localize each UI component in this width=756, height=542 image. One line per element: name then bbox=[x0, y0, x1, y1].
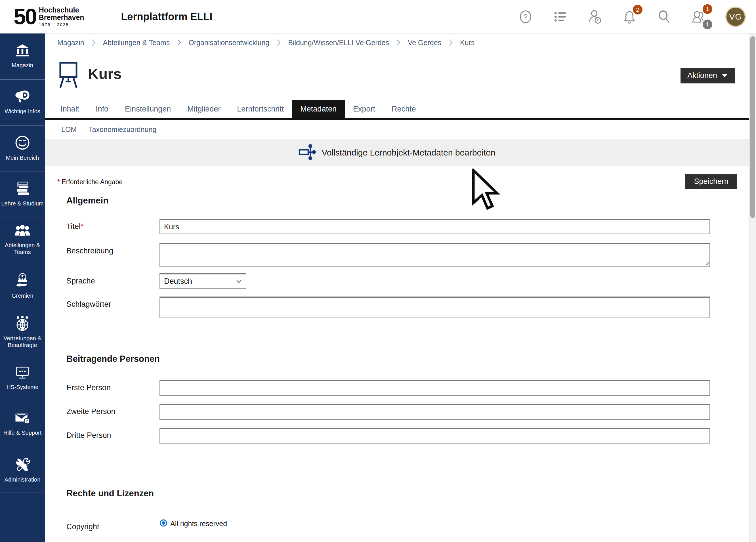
tab-bar: Inhalt Info Einstellungen Mitglieder Ler… bbox=[45, 100, 749, 120]
tab-mitglieder[interactable]: Mitglieder bbox=[179, 100, 229, 118]
caret-down-icon bbox=[722, 73, 728, 77]
sidebar-item-label: Vertretungen & Beauftragte bbox=[0, 335, 45, 348]
field-row-sprache: Sprache Deutsch bbox=[66, 273, 749, 289]
svg-text:?: ? bbox=[26, 419, 28, 423]
subtab-lom[interactable]: LOM bbox=[61, 125, 77, 134]
tab-export[interactable]: Export bbox=[345, 100, 383, 118]
tools-icon bbox=[15, 457, 30, 473]
erste-person-input[interactable] bbox=[159, 380, 710, 396]
breadcrumb: Magazin Abteilungen & Teams Organisation… bbox=[45, 33, 749, 52]
course-easel-icon bbox=[57, 61, 79, 90]
contacts-badge-bottom: 1 bbox=[703, 20, 712, 29]
copyright-radio-row: All rights reserved bbox=[159, 519, 710, 528]
zweite-person-input[interactable] bbox=[159, 404, 710, 420]
tab-lernfortschritt[interactable]: Lernfortschritt bbox=[229, 100, 292, 118]
sprache-select[interactable]: Deutsch bbox=[159, 273, 246, 289]
chevron-down-icon bbox=[236, 280, 242, 283]
breadcrumb-link[interactable]: Magazin bbox=[57, 39, 84, 47]
dritte-person-input[interactable] bbox=[159, 428, 710, 444]
sidebar-item-gremien[interactable]: Gremien bbox=[0, 263, 45, 309]
sidebar-item-label: Administration bbox=[3, 476, 42, 483]
edit-full-metadata-label: Vollständige Lernobjekt-Metadaten bearbe… bbox=[322, 148, 495, 157]
copyright-option-label[interactable]: All rights reserved bbox=[170, 520, 227, 528]
books-icon bbox=[14, 181, 30, 197]
app-header: 50 Hochschule Bremerhaven 1975 – 2025 Le… bbox=[0, 0, 756, 33]
contacts-icon[interactable]: 1 1 bbox=[691, 9, 707, 25]
breadcrumb-link[interactable]: Organisationsentwicklung bbox=[188, 39, 269, 47]
sidebar-item-hilfe-support[interactable]: ? Hilfe & Support bbox=[0, 401, 45, 447]
notifications-bell-icon[interactable]: 2 bbox=[621, 9, 637, 25]
bank-icon bbox=[15, 44, 30, 59]
breadcrumb-link[interactable]: Bildung/Wissen/ELLI Ve Gerdes bbox=[288, 39, 389, 47]
sidebar-item-vertretungen[interactable]: Vertretungen & Beauftragte bbox=[0, 309, 45, 355]
vertical-scrollbar[interactable] bbox=[749, 33, 756, 542]
tab-inhalt[interactable]: Inhalt bbox=[52, 100, 87, 118]
section-divider bbox=[57, 328, 734, 328]
sprache-select-value: Deutsch bbox=[164, 277, 192, 286]
field-label-sprache: Sprache bbox=[66, 273, 159, 289]
radio-selected-icon[interactable] bbox=[159, 519, 167, 528]
tab-rechte[interactable]: Rechte bbox=[383, 100, 424, 118]
breadcrumb-link[interactable]: Kurs bbox=[460, 39, 474, 47]
sidebar-item-administration[interactable]: Administration bbox=[0, 447, 45, 493]
sidebar-item-mein-bereich[interactable]: Mein Bereich bbox=[0, 125, 45, 171]
tab-metadaten[interactable]: Metadaten bbox=[292, 100, 345, 118]
megaphone-icon bbox=[14, 90, 30, 105]
required-note-text: Erforderliche Angabe bbox=[62, 178, 123, 186]
page-body: Magazin Wichtige Infos Me bbox=[0, 33, 756, 542]
logo-years: 1975 – 2025 bbox=[39, 22, 84, 27]
field-row-schlagwoerter: Schlagwörter bbox=[66, 297, 749, 318]
chevron-right-icon bbox=[449, 39, 453, 46]
chevron-right-icon bbox=[177, 39, 181, 46]
tab-info[interactable]: Info bbox=[87, 100, 117, 118]
header-actions: ? 2 bbox=[518, 7, 746, 27]
sidebar-item-wichtige-infos[interactable]: Wichtige Infos bbox=[0, 79, 45, 125]
scrollbar-thumb[interactable] bbox=[750, 36, 755, 218]
sidebar-item-label: Wichtige Infos bbox=[3, 108, 41, 115]
sidebar-item-label: Hilfe & Support bbox=[2, 429, 43, 436]
field-row-titel: Titel* bbox=[66, 219, 749, 234]
section-heading-rechte: Rechte und Lizenzen bbox=[66, 488, 749, 499]
breadcrumb-link[interactable]: Abteilungen & Teams bbox=[103, 39, 170, 47]
subtab-taxonomiezuordnung[interactable]: Taxonomiezuordnung bbox=[89, 125, 156, 134]
field-label-copyright: Copyright bbox=[66, 519, 159, 531]
save-button[interactable]: Speichern bbox=[685, 174, 737, 189]
globe-people-icon bbox=[14, 316, 30, 332]
sidebar-item-lehre-studium[interactable]: Lehre & Studium bbox=[0, 171, 45, 217]
svg-text:?: ? bbox=[524, 12, 528, 21]
awareness-person-icon[interactable] bbox=[587, 9, 603, 25]
sidebar-item-label: Abteilungen & Teams bbox=[0, 242, 45, 255]
breadcrumb-link[interactable]: Ve Gerdes bbox=[408, 39, 441, 47]
beschreibung-textarea[interactable] bbox=[159, 243, 710, 267]
metadata-tree-icon bbox=[298, 143, 316, 162]
hochschule-bremerhaven-logo: 50 Hochschule Bremerhaven 1975 – 2025 bbox=[14, 6, 84, 27]
section-heading-beitragende: Beitragende Personen bbox=[66, 354, 749, 364]
sidebar-item-hs-systeme[interactable]: HS-Systeme bbox=[0, 355, 45, 401]
schlagwoerter-input[interactable] bbox=[159, 297, 710, 318]
field-label-titel: Titel* bbox=[66, 219, 159, 234]
page-title: Kurs bbox=[88, 65, 121, 82]
help-icon[interactable]: ? bbox=[518, 9, 534, 25]
required-note: * Erforderliche Angabe bbox=[57, 178, 123, 186]
field-row-beschreibung: Beschreibung bbox=[66, 243, 749, 268]
logo-text: Hochschule Bremerhaven 1975 – 2025 bbox=[39, 6, 84, 27]
sidebar-item-abteilungen-teams[interactable]: Abteilungen & Teams bbox=[0, 217, 45, 263]
people-group-icon bbox=[14, 225, 31, 239]
actions-button[interactable]: Aktionen bbox=[681, 68, 735, 83]
sidebar-item-magazin[interactable]: Magazin bbox=[0, 33, 45, 79]
user-avatar[interactable]: VG bbox=[725, 7, 746, 27]
field-row-dritte-person: Dritte Person bbox=[66, 428, 749, 444]
edit-full-metadata-banner[interactable]: Vollständige Lernobjekt-Metadaten bearbe… bbox=[45, 139, 749, 166]
tab-einstellungen[interactable]: Einstellungen bbox=[117, 100, 179, 118]
field-label-beschreibung: Beschreibung bbox=[66, 243, 159, 268]
titel-required-star: * bbox=[81, 222, 84, 231]
app-title: Lernplattform ELLI bbox=[121, 11, 213, 23]
titel-input[interactable] bbox=[159, 219, 710, 234]
monitor-icon bbox=[14, 365, 30, 381]
search-icon[interactable] bbox=[656, 9, 672, 25]
todo-list-icon[interactable] bbox=[552, 9, 568, 25]
actions-button-label: Aktionen bbox=[687, 71, 717, 80]
committee-icon bbox=[14, 273, 30, 289]
section-divider bbox=[57, 462, 734, 462]
page-title-row: Kurs Aktionen bbox=[45, 61, 749, 90]
